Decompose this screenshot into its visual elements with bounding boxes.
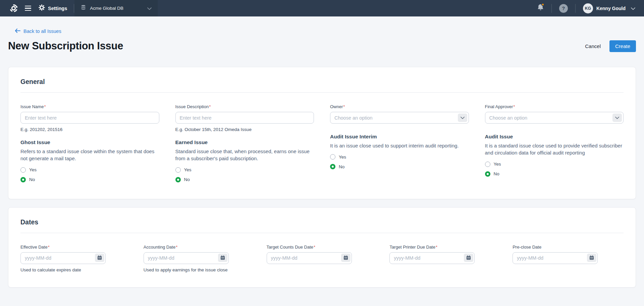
earned-issue-radio-no[interactable]: No: [175, 177, 190, 182]
hamburger-menu-icon[interactable]: [25, 6, 31, 11]
dates-fields-grid: Effective Date*: [20, 245, 624, 272]
accounting-date-label: Accounting Date*: [144, 245, 255, 250]
general-fields-grid: Issue Name* E.g. 201202, 201516 Ghost Is…: [20, 104, 624, 187]
audit-issue-interim-heading: Audit Issue Interim: [330, 134, 469, 140]
radio-selected-icon[interactable]: [485, 171, 490, 177]
effective-date-helper: Used to calculate expires date: [20, 267, 131, 272]
back-to-issues-link[interactable]: Back to all Issues: [15, 29, 61, 34]
accounting-date-field: Accounting Date*: [144, 245, 255, 272]
earned-issue-radio-yes[interactable]: Yes: [175, 167, 192, 173]
issue-description-helper: E.g. October 15th, 2012 Omeda Issue: [175, 127, 314, 132]
audit-issue-radio-no[interactable]: No: [485, 171, 499, 177]
target-printer-due-date-field: Target Printer Due Date*: [389, 245, 500, 272]
general-column-issue-description: Issue Description* E.g. October 15th, 20…: [175, 104, 314, 187]
issue-name-label: Issue Name*: [20, 104, 159, 109]
issue-description-label: Issue Description*: [175, 104, 314, 109]
arrow-left-icon: [15, 29, 20, 34]
ghost-issue-group: Ghost Issue Refers to a standard issue c…: [20, 139, 159, 182]
topbar: Settings Acme Global DB ?: [0, 0, 644, 16]
radio-selected-icon[interactable]: [20, 177, 26, 182]
notification-dot: [541, 3, 544, 6]
audit-issue-interim-group: Audit Issue Interim It is an issue close…: [330, 134, 469, 169]
database-icon: [80, 5, 86, 12]
notifications-button[interactable]: [537, 4, 544, 13]
calendar-icon[interactable]: [95, 254, 104, 262]
calendar-icon[interactable]: [218, 254, 227, 262]
issue-name-helper: E.g. 201202, 201516: [20, 127, 159, 132]
audit-issue-description: It is a standard issue close used to pro…: [485, 142, 624, 157]
topbar-divider: [551, 4, 552, 13]
pre-close-date-input[interactable]: [513, 252, 598, 264]
gear-icon: [39, 4, 45, 12]
audit-issue-interim-radio-no[interactable]: No: [330, 164, 344, 169]
calendar-icon[interactable]: [464, 254, 473, 262]
radio-selected-icon[interactable]: [175, 177, 181, 182]
avatar: KG: [583, 3, 593, 13]
target-counts-due-date-label: Target Counts Due Date*: [267, 245, 378, 250]
pre-close-date-label: Pre-close Date: [513, 245, 624, 250]
audit-issue-heading: Audit Issue: [485, 134, 624, 140]
radio-unselected-icon[interactable]: [485, 162, 490, 167]
section-divider: [20, 233, 624, 233]
audit-issue-interim-description: It is an issue close used to support int…: [330, 142, 469, 149]
earned-issue-description: Standard issue close that, when processe…: [175, 148, 314, 162]
settings-label: Settings: [48, 6, 67, 11]
chevron-down-icon: [631, 5, 635, 11]
create-button[interactable]: Create: [609, 40, 636, 52]
chevron-down-icon[interactable]: [612, 114, 622, 122]
ghost-issue-description: Refers to a standard issue close within …: [20, 148, 159, 162]
ghost-issue-heading: Ghost Issue: [20, 139, 159, 145]
radio-selected-icon[interactable]: [330, 164, 335, 169]
audit-issue-radio-yes[interactable]: Yes: [485, 162, 501, 167]
accounting-date-input[interactable]: [144, 252, 229, 264]
owner-label: Owner*: [330, 104, 469, 109]
general-column-owner: Owner* Choose an option Audit Issue Inte…: [330, 104, 469, 187]
radio-unselected-icon[interactable]: [330, 154, 335, 160]
ghost-issue-radio-yes[interactable]: Yes: [20, 167, 37, 173]
page-title: New Subscription Issue: [8, 40, 123, 52]
issue-name-input[interactable]: [20, 112, 159, 124]
final-approver-select[interactable]: Choose an option: [485, 112, 624, 124]
audit-issue-interim-radio-yes[interactable]: Yes: [330, 154, 346, 160]
database-selector[interactable]: Acme Global DB: [74, 0, 158, 16]
chevron-down-icon[interactable]: [458, 114, 467, 122]
calendar-icon[interactable]: [587, 254, 596, 262]
topbar-right: ? KG Kenny Gould: [537, 3, 644, 13]
cancel-button[interactable]: Cancel: [585, 43, 601, 49]
page-content: Back to all Issues New Subscription Issu…: [0, 29, 644, 288]
earned-issue-group: Earned Issue Standard issue close that, …: [175, 139, 314, 182]
general-heading: General: [20, 78, 624, 86]
topbar-divider: [74, 4, 74, 13]
final-approver-label: Final Approver*: [485, 104, 624, 109]
accounting-date-helper: Used to apply earnings for the issue clo…: [144, 267, 255, 272]
owner-select[interactable]: Choose an option: [330, 112, 469, 124]
pre-close-date-field: Pre-close Date: [513, 245, 624, 272]
general-column-issue-name: Issue Name* E.g. 201202, 201516 Ghost Is…: [20, 104, 159, 187]
ghost-issue-radio-no[interactable]: No: [20, 177, 35, 182]
radio-unselected-icon[interactable]: [175, 167, 181, 173]
general-column-final-approver: Final Approver* Choose an option Audit I…: [485, 104, 624, 187]
target-counts-due-date-input[interactable]: [267, 252, 352, 264]
app-logo-icon[interactable]: [7, 4, 20, 13]
help-label: ?: [562, 5, 565, 11]
nav-settings[interactable]: Settings: [39, 4, 67, 12]
general-section: General Issue Name* E.g. 201202, 201516 …: [8, 67, 636, 199]
earned-issue-heading: Earned Issue: [175, 139, 314, 145]
user-name: Kenny Gould: [596, 6, 626, 11]
target-printer-due-date-input[interactable]: [389, 252, 475, 264]
target-counts-due-date-field: Target Counts Due Date*: [267, 245, 378, 272]
section-divider: [20, 92, 624, 93]
user-menu[interactable]: KG Kenny Gould: [583, 3, 635, 13]
effective-date-label: Effective Date*: [20, 245, 131, 250]
issue-description-input[interactable]: [175, 112, 314, 124]
help-button[interactable]: ?: [559, 4, 568, 13]
topbar-divider: [575, 4, 576, 13]
radio-unselected-icon[interactable]: [20, 167, 26, 173]
effective-date-input[interactable]: [20, 252, 106, 264]
effective-date-field: Effective Date*: [20, 245, 131, 272]
audit-issue-group: Audit Issue It is a standard issue close…: [485, 134, 624, 177]
chevron-down-icon: [147, 5, 152, 11]
back-link-label: Back to all Issues: [23, 29, 61, 34]
calendar-icon[interactable]: [341, 254, 351, 262]
dates-section: Dates Effective Date*: [8, 207, 636, 288]
